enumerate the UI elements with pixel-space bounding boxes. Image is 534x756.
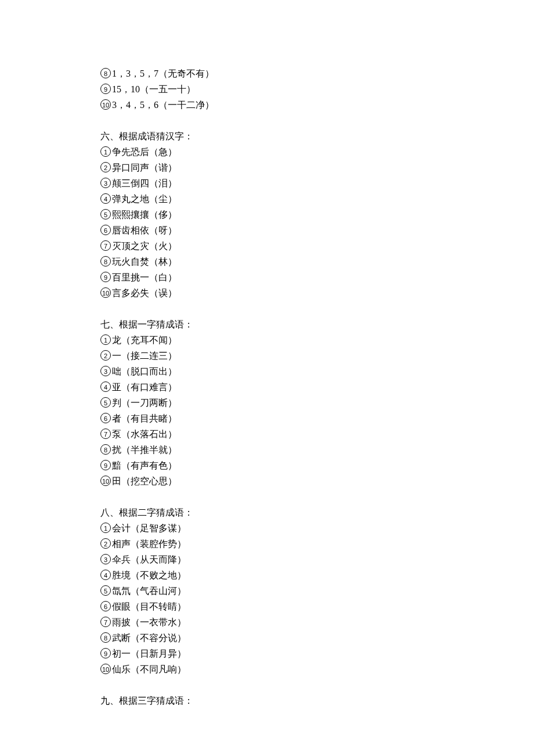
item-number: 7	[100, 240, 111, 251]
item-number: 4	[100, 570, 111, 580]
item-text: 假眼（目不转睛）	[112, 599, 186, 614]
list-item: 5判（一刀两断）	[100, 395, 534, 411]
item-text: 胜境（不败之地）	[112, 567, 186, 583]
item-number: 4	[100, 193, 111, 204]
item-text: 灭顶之灾（火）	[112, 238, 177, 254]
list-item: 8 1，3，5，7（无奇不有）	[100, 66, 534, 81]
item-text: 黯（有声有色）	[112, 458, 177, 473]
item-number: 10	[100, 287, 111, 298]
item-number: 3	[100, 178, 111, 188]
list-item: 9 15，10（一五一十）	[100, 81, 534, 97]
item-text: 15，10（一五一十）	[112, 81, 196, 97]
item-text: 相声（装腔作势）	[112, 536, 186, 552]
item-text: 者（有目共睹）	[112, 411, 177, 426]
list-item: 8武断（不容分说）	[100, 630, 534, 646]
list-item: 2相声（装腔作势）	[100, 536, 534, 552]
item-number: 2	[100, 538, 111, 549]
section-heading-9: 九、根据三字猜成语：	[100, 693, 534, 708]
list-item: 7雨披（一衣带水）	[100, 614, 534, 630]
section-heading-6: 六、根据成语猜汉字：	[100, 128, 534, 144]
list-item: 3伞兵（从天而降）	[100, 552, 534, 567]
item-number: 9	[100, 460, 111, 470]
item-number: 8	[100, 632, 111, 643]
item-number: 10	[100, 664, 111, 674]
list-item: 3颠三倒四（泪）	[100, 175, 534, 191]
item-number: 9	[100, 84, 111, 94]
list-item: 4胜境（不败之地）	[100, 567, 534, 583]
list-item: 9百里挑一（白）	[100, 269, 534, 285]
list-item: 7泵（水落石出）	[100, 426, 534, 442]
item-number: 6	[100, 601, 111, 611]
item-text: 仙乐（不同凡响）	[112, 661, 186, 677]
list-item: 5氙氘（气吞山河）	[100, 583, 534, 599]
item-text: 咄（脱口而出）	[112, 363, 177, 379]
item-number: 8	[100, 68, 111, 78]
item-number: 3	[100, 366, 111, 376]
item-number: 3	[100, 554, 111, 564]
list-item: 6假眼（目不转睛）	[100, 599, 534, 614]
section-heading-8: 八、根据二字猜成语：	[100, 505, 534, 520]
item-number: 10	[100, 476, 111, 486]
heading-text: 六、根据成语猜汉字：	[100, 128, 193, 144]
item-number: 5	[100, 397, 111, 408]
item-number: 2	[100, 350, 111, 361]
item-text: 1，3，5，7（无奇不有）	[112, 66, 214, 81]
item-number: 7	[100, 429, 111, 439]
item-number: 7	[100, 617, 111, 627]
item-text: 雨披（一衣带水）	[112, 614, 186, 630]
item-number: 10	[100, 99, 111, 110]
section-heading-7: 七、根据一字猜成语：	[100, 316, 534, 332]
item-number: 5	[100, 585, 111, 596]
item-number: 4	[100, 381, 111, 392]
item-number: 6	[100, 225, 111, 235]
item-number: 8	[100, 256, 111, 267]
list-item: 2异口同声（谐）	[100, 160, 534, 175]
item-number: 1	[100, 146, 111, 157]
heading-text: 八、根据二字猜成语：	[100, 505, 193, 520]
item-text: 玩火自焚（林）	[112, 254, 177, 269]
heading-text: 七、根据一字猜成语：	[100, 316, 193, 332]
list-item: 9初一（日新月异）	[100, 646, 534, 661]
list-item: 1会计（足智多谋）	[100, 520, 534, 536]
list-item: 6唇齿相依（呀）	[100, 222, 534, 238]
list-item: 4亚（有口难言）	[100, 379, 534, 395]
item-number: 9	[100, 648, 111, 658]
item-number: 2	[100, 162, 111, 172]
list-item: 7灭顶之灾（火）	[100, 238, 534, 254]
list-item: 10 3，4，5，6（一干二净）	[100, 97, 534, 113]
list-item: 10言多必失（误）	[100, 285, 534, 301]
list-item: 3咄（脱口而出）	[100, 363, 534, 379]
item-text: 田（挖空心思）	[112, 473, 177, 489]
item-text: 弹丸之地（尘）	[112, 191, 177, 207]
item-text: 龙（充耳不闻）	[112, 332, 177, 348]
item-text: 言多必失（误）	[112, 285, 177, 301]
item-text: 初一（日新月异）	[112, 646, 186, 661]
item-text: 泵（水落石出）	[112, 426, 177, 442]
list-item: 5熙熙攘攘（侈）	[100, 207, 534, 222]
item-text: 伞兵（从天而降）	[112, 552, 186, 567]
item-text: 氙氘（气吞山河）	[112, 583, 186, 599]
item-text: 扰（半推半就）	[112, 442, 177, 458]
item-text: 3，4，5，6（一干二净）	[112, 97, 214, 113]
item-number: 5	[100, 209, 111, 219]
item-text: 唇齿相依（呀）	[112, 222, 177, 238]
item-number: 6	[100, 413, 111, 423]
list-item: 6者（有目共睹）	[100, 411, 534, 426]
item-number: 9	[100, 272, 111, 282]
item-text: 百里挑一（白）	[112, 269, 177, 285]
item-number: 8	[100, 444, 111, 455]
list-item: 10仙乐（不同凡响）	[100, 661, 534, 677]
list-item: 9黯（有声有色）	[100, 458, 534, 473]
item-text: 武断（不容分说）	[112, 630, 186, 646]
item-number: 1	[100, 334, 111, 345]
item-text: 争先恐后（急）	[112, 144, 177, 160]
list-item: 10田（挖空心思）	[100, 473, 534, 489]
list-item: 8扰（半推半就）	[100, 442, 534, 458]
item-text: 判（一刀两断）	[112, 395, 177, 411]
item-text: 一（接二连三）	[112, 348, 177, 363]
list-item: 1龙（充耳不闻）	[100, 332, 534, 348]
list-item: 4弹丸之地（尘）	[100, 191, 534, 207]
heading-text: 九、根据三字猜成语：	[100, 693, 193, 708]
item-number: 1	[100, 523, 111, 533]
list-item: 2一（接二连三）	[100, 348, 534, 363]
